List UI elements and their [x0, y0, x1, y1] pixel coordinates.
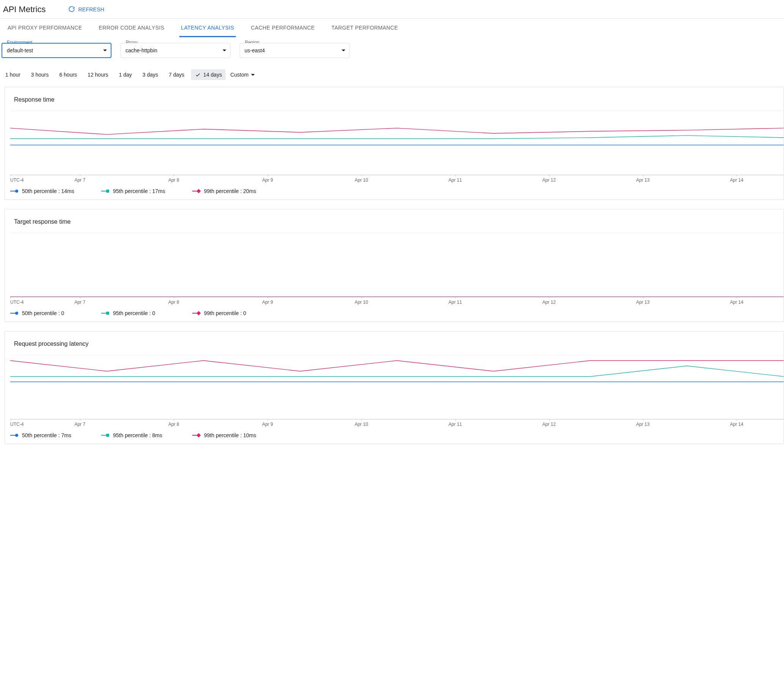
- refresh-button[interactable]: REFRESH: [68, 6, 104, 14]
- tab-proxy-perf[interactable]: API PROXY PERFORMANCE: [6, 19, 83, 37]
- environment-field[interactable]: Environment default-test: [2, 43, 111, 58]
- legend-marker: [10, 434, 18, 437]
- time-range-option[interactable]: 6 hours: [55, 70, 81, 80]
- legend-marker: [192, 312, 200, 315]
- time-range-option[interactable]: 7 days: [165, 70, 188, 80]
- tab-target[interactable]: TARGET PERFORMANCE: [330, 19, 399, 37]
- refresh-label: REFRESH: [78, 6, 104, 13]
- chart-x-axis: UTC-4Apr 7Apr 8Apr 9Apr 10Apr 11Apr 12Ap…: [10, 420, 784, 428]
- time-range-option[interactable]: 3 hours: [27, 70, 53, 80]
- chart-x-axis: UTC-4Apr 7Apr 8Apr 9Apr 10Apr 11Apr 12Ap…: [10, 297, 784, 306]
- legend-item[interactable]: 95th percentile : 8ms: [101, 432, 169, 438]
- tabs: API PROXY PERFORMANCEERROR CODE ANALYSIS…: [0, 19, 784, 38]
- time-range-option[interactable]: 1 hour: [2, 70, 24, 80]
- legend-item[interactable]: 99th percentile : 20ms: [192, 188, 260, 194]
- chart-title: Request processing latency: [10, 340, 784, 347]
- legend-item[interactable]: 95th percentile : 17ms: [101, 188, 169, 194]
- chart-legend: 50th percentile : 14ms95th percentile : …: [10, 184, 784, 194]
- legend-label: 99th percentile : 0: [204, 310, 246, 316]
- legend-label: 99th percentile : 20ms: [204, 188, 256, 194]
- chart-legend: 50th percentile : 095th percentile : 099…: [10, 306, 784, 316]
- legend-marker: [192, 434, 200, 437]
- region-value: us-east4: [244, 48, 265, 54]
- legend-item[interactable]: 50th percentile : 14ms: [10, 188, 78, 194]
- chevron-down-icon: [103, 50, 107, 52]
- page-title: API Metrics: [3, 5, 46, 14]
- chart-title: Response time: [10, 96, 784, 103]
- refresh-icon: [68, 6, 75, 14]
- legend-marker: [192, 190, 200, 193]
- legend-label: 95th percentile : 8ms: [113, 432, 162, 438]
- time-range-option[interactable]: 1 day: [115, 70, 136, 80]
- chart-plot: [10, 355, 784, 420]
- chevron-down-icon: [342, 50, 345, 52]
- legend-item[interactable]: 99th percentile : 0: [192, 310, 260, 316]
- legend-marker: [10, 312, 18, 315]
- legend-label: 50th percentile : 14ms: [22, 188, 74, 194]
- chart-card: Target response timeUTC-4Apr 7Apr 8Apr 9…: [5, 209, 784, 322]
- legend-marker: [101, 434, 109, 437]
- chart-plot: [10, 111, 784, 175]
- legend-label: 95th percentile : 17ms: [113, 188, 165, 194]
- chevron-down-icon: [223, 50, 226, 52]
- chart-card: Request processing latencyUTC-4Apr 7Apr …: [5, 331, 784, 444]
- time-range-option[interactable]: 14 days: [191, 70, 226, 80]
- tab-cache[interactable]: CACHE PERFORMANCE: [249, 19, 317, 37]
- time-range-custom[interactable]: Custom: [229, 70, 256, 80]
- legend-item[interactable]: 50th percentile : 0: [10, 310, 78, 316]
- chart-card: Response timeUTC-4Apr 7Apr 8Apr 9Apr 10A…: [5, 87, 784, 200]
- check-icon: [195, 72, 201, 78]
- legend-label: 50th percentile : 0: [22, 310, 64, 316]
- chart-plot: [10, 233, 784, 297]
- legend-marker: [101, 312, 109, 315]
- tab-latency[interactable]: LATENCY ANALYSIS: [179, 19, 235, 37]
- region-field[interactable]: Region us-east4: [239, 43, 350, 58]
- chevron-down-icon: [251, 74, 255, 76]
- tab-error-code[interactable]: ERROR CODE ANALYSIS: [97, 19, 166, 37]
- proxy-field[interactable]: Proxy cache-httpbin: [120, 43, 231, 58]
- environment-value: default-test: [7, 48, 33, 54]
- legend-item[interactable]: 50th percentile : 7ms: [10, 432, 78, 438]
- chart-x-axis: UTC-4Apr 7Apr 8Apr 9Apr 10Apr 11Apr 12Ap…: [10, 175, 784, 184]
- legend-label: 50th percentile : 7ms: [22, 432, 71, 438]
- chart-title: Target response time: [10, 219, 784, 225]
- proxy-value: cache-httpbin: [125, 48, 157, 54]
- legend-marker: [10, 190, 18, 193]
- time-range-picker: 1 hour3 hours6 hours12 hours1 day3 days7…: [0, 63, 784, 84]
- time-range-option[interactable]: 12 hours: [84, 70, 112, 80]
- time-range-option[interactable]: 3 days: [139, 70, 162, 80]
- chart-legend: 50th percentile : 7ms95th percentile : 8…: [10, 428, 784, 438]
- legend-label: 95th percentile : 0: [113, 310, 155, 316]
- legend-marker: [101, 190, 109, 193]
- legend-label: 99th percentile : 10ms: [204, 432, 256, 438]
- legend-item[interactable]: 99th percentile : 10ms: [192, 432, 260, 438]
- legend-item[interactable]: 95th percentile : 0: [101, 310, 169, 316]
